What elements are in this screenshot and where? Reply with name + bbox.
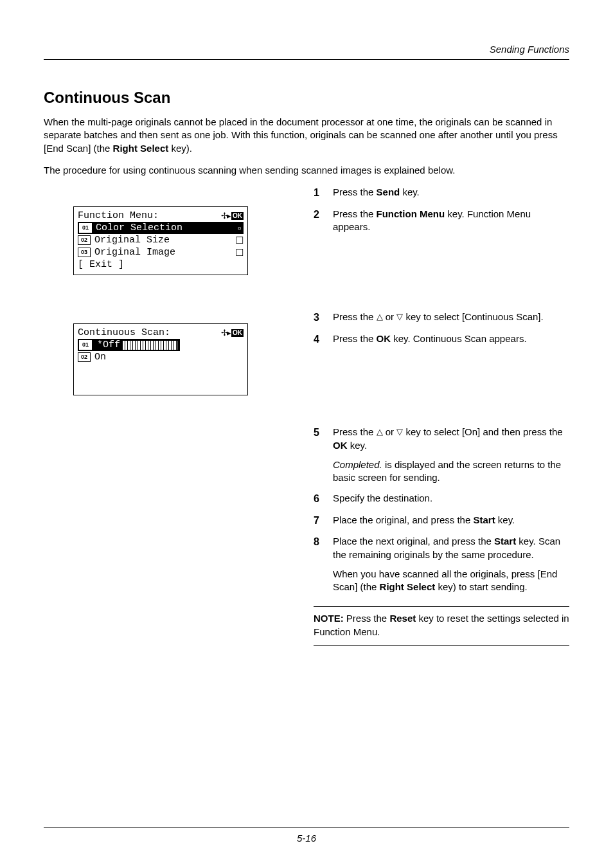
lcd1-item-2-label: Original Size xyxy=(94,234,170,246)
step-5-comp-a: Completed. xyxy=(333,459,382,470)
step-3-body: Press the △ or ▽ key to select [Continuo… xyxy=(333,311,569,323)
step-5-c: key to select [On] and then press the xyxy=(403,426,562,437)
step-3-num: 3 xyxy=(314,311,333,325)
note-label: NOTE: xyxy=(314,613,344,624)
lcd1-item-1-num: 01 xyxy=(79,223,92,233)
step-6-num: 6 xyxy=(314,492,333,506)
header-rule xyxy=(44,59,569,60)
note-b: Reset xyxy=(389,613,416,624)
note-block: NOTE: Press the Reset key to reset the s… xyxy=(314,606,569,646)
dpad-icon: ✢▸ xyxy=(221,212,230,220)
lcd1-item-3-num: 03 xyxy=(78,248,91,257)
step-3: 3 Press the △ or ▽ key to select [Contin… xyxy=(314,311,569,325)
step-2-a: Press the xyxy=(333,208,377,219)
lcd1-item-1-label: Color Selection xyxy=(96,222,182,234)
lcd1-item-2-num: 02 xyxy=(78,235,91,245)
lcd2-item-2: 02 On xyxy=(78,351,244,363)
step-8-a: Place the next original, and press the xyxy=(333,536,494,547)
down-triangle-icon: ▽ xyxy=(396,427,403,437)
step-4-b: OK xyxy=(377,333,391,344)
step-2: 2 Press the Function Menu key. Function … xyxy=(314,208,569,234)
step-8-f: key) to start sending. xyxy=(435,581,527,592)
lcd1-title-row: Function Menu: ✢▸ OK xyxy=(78,210,244,222)
lcd-function-menu: Function Menu: ✢▸ OK 01 Color Selection … xyxy=(73,206,248,275)
step-2-body: Press the Function Menu key. Function Me… xyxy=(333,208,569,234)
step-2-num: 2 xyxy=(314,208,333,222)
page-header: Sending Functions xyxy=(44,44,569,71)
step-4-num: 4 xyxy=(314,332,333,347)
step-1-c: key. xyxy=(400,186,420,197)
up-triangle-icon: △ xyxy=(377,312,383,321)
page-number: 5-16 xyxy=(0,833,613,844)
step-5-body: Press the △ or ▽ key to select [On] and … xyxy=(333,426,569,484)
step-3-c: key to select [Continuous Scan]. xyxy=(403,311,543,322)
step-5-a: Press the xyxy=(333,426,377,437)
step-7-num: 7 xyxy=(314,514,333,528)
lcd1-item-2: 02 Original Size ☐ xyxy=(78,234,244,246)
dpad-icon: ✢▸ xyxy=(221,329,230,337)
step-8-sub: When you have scanned all the originals,… xyxy=(333,568,569,594)
ok-badge: ✢▸ OK xyxy=(221,329,244,337)
lcd2-item-1: 01 *Off xyxy=(78,339,180,351)
up-triangle-icon: △ xyxy=(377,427,383,437)
step-7-body: Place the original, and press the Start … xyxy=(333,514,569,527)
lcd1-exit: [ Exit ] xyxy=(78,258,244,271)
lcd1-item-3-label: Original Image xyxy=(94,246,175,258)
step-1: 1 Press the Send key. xyxy=(314,186,569,200)
checkbox-icon: ☐ xyxy=(235,234,244,246)
step-5-num: 5 xyxy=(314,426,333,440)
lcd2-item-2-num: 02 xyxy=(78,352,91,362)
intro-paragraph-1: When the multi-page originals cannot be … xyxy=(44,116,569,155)
step-1-a: Press the xyxy=(333,186,377,197)
step-4-a: Press the xyxy=(333,333,377,344)
step-6: 6 Specify the destination. xyxy=(314,492,569,506)
step-8-b: Start xyxy=(494,536,516,547)
step-2-b: Function Menu xyxy=(377,208,445,219)
step-5-completed: Completed. is displayed and the screen r… xyxy=(333,458,569,485)
step-1-body: Press the Send key. xyxy=(333,186,569,199)
note-a: Press the xyxy=(344,613,390,624)
step-5-e: key. xyxy=(348,440,368,451)
step-7-b: Start xyxy=(473,514,495,525)
lcd-continuous-scan: Continuous Scan: ✢▸ OK 01 *Off 02 On xyxy=(73,323,248,395)
step-8-num: 8 xyxy=(314,535,333,549)
header-title: Sending Functions xyxy=(490,44,569,55)
step-1-num: 1 xyxy=(314,186,333,200)
lcd2-item-2-label: On xyxy=(94,351,106,363)
footer-rule xyxy=(44,827,569,828)
step-8: 8 Place the next original, and press the… xyxy=(314,535,569,593)
step-7-c: key. xyxy=(495,514,515,525)
intro-1b: Right Select xyxy=(113,143,169,154)
intro-paragraph-2: The procedure for using continuous scann… xyxy=(44,164,569,177)
step-4: 4 Press the OK key. Continuous Scan appe… xyxy=(314,332,569,347)
step-5-b: or xyxy=(383,426,397,437)
step-4-body: Press the OK key. Continuous Scan appear… xyxy=(333,332,569,345)
step-1-b: Send xyxy=(377,186,400,197)
page: Sending Functions Continuous Scan When t… xyxy=(0,0,613,868)
step-5-d: OK xyxy=(333,440,348,451)
checkbox-icon: ▫ xyxy=(238,222,241,234)
down-triangle-icon: ▽ xyxy=(396,312,403,321)
ok-badge: ✢▸ OK xyxy=(221,212,244,220)
step-4-c: key. Continuous Scan appears. xyxy=(391,333,527,344)
lcd1-item-1: 01 Color Selection ▫ xyxy=(78,222,244,234)
lcd2-item-1-num: 01 xyxy=(79,340,92,350)
lcd2-item-1-label: *Off xyxy=(96,339,121,351)
step-6-body: Specify the destination. xyxy=(333,492,569,505)
steps: 1 Press the Send key. 2 Press the Functi… xyxy=(314,186,569,646)
step-3-b: or xyxy=(383,311,397,322)
lcd2-title: Continuous Scan: xyxy=(78,327,170,339)
content-columns: Function Menu: ✢▸ OK 01 Color Selection … xyxy=(44,186,569,700)
lcd1-item-3: 03 Original Image ☐ xyxy=(78,246,244,258)
section-title: Continuous Scan xyxy=(44,89,569,107)
lcd2-title-row: Continuous Scan: ✢▸ OK xyxy=(78,327,244,339)
step-7: 7 Place the original, and press the Star… xyxy=(314,514,569,528)
intro-1c: key). xyxy=(168,143,192,154)
step-8-e: Right Select xyxy=(380,581,436,592)
lcd1-title: Function Menu: xyxy=(78,210,159,222)
step-5: 5 Press the △ or ▽ key to select [On] an… xyxy=(314,426,569,484)
ok-icon: OK xyxy=(231,212,244,220)
step-7-a: Place the original, and press the xyxy=(333,514,473,525)
step-3-a: Press the xyxy=(333,311,377,322)
checkbox-icon: ☐ xyxy=(235,246,244,258)
